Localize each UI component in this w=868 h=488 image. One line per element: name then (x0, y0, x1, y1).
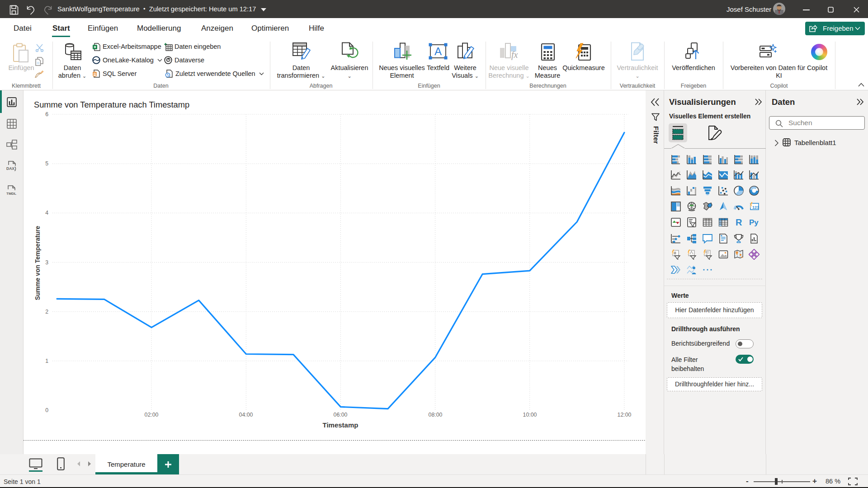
svg-text:04:00: 04:00 (239, 412, 253, 418)
svg-text:10:00: 10:00 (523, 412, 537, 418)
svg-text:5: 5 (45, 160, 48, 167)
svg-text:DAX: DAX (6, 166, 14, 171)
svg-text:02:00: 02:00 (145, 412, 159, 418)
svg-text:fx: fx (511, 50, 518, 60)
svg-text:0: 0 (45, 407, 48, 413)
svg-text:TMDL: TMDL (6, 192, 16, 196)
svg-text:Py: Py (749, 218, 759, 227)
svg-text:3: 3 (45, 259, 48, 266)
svg-text:12:00: 12:00 (618, 412, 632, 418)
svg-text:Timestamp: Timestamp (323, 421, 359, 429)
svg-text:Summe von Temperature: Summe von Temperature (34, 225, 41, 300)
svg-text:08:00: 08:00 (429, 412, 443, 418)
svg-text:R: R (736, 217, 742, 227)
svg-text:2: 2 (45, 309, 48, 315)
svg-text:6: 6 (45, 111, 48, 117)
svg-text:1: 1 (45, 358, 48, 364)
svg-text:123: 123 (752, 205, 759, 210)
svg-text:A: A (434, 45, 442, 57)
svg-text:06:00: 06:00 (334, 412, 348, 418)
svg-text:Summe von Temperature nach Tim: Summe von Temperature nach Timestamp (34, 100, 189, 109)
svg-text:4: 4 (45, 210, 48, 216)
